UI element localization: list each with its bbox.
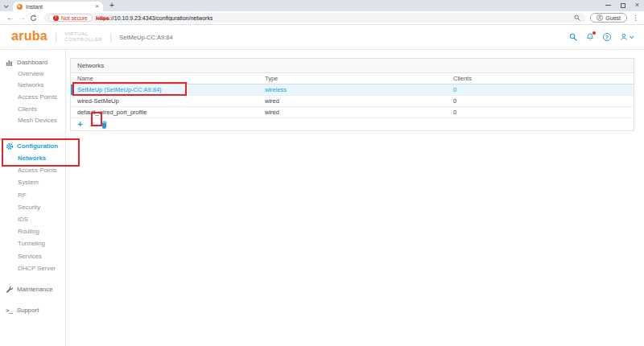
network-clients: 0 [453, 97, 634, 105]
delete-network-button[interactable] [101, 121, 108, 129]
reload-icon [30, 14, 37, 22]
user-icon [620, 33, 628, 41]
window-controls: × [605, 1, 639, 10]
sidebar-item-configuration-tunneling[interactable]: Tunneling [0, 237, 65, 249]
profile-avatar-icon [597, 14, 603, 21]
app-header: aruba | VIRTUAL CONTROLLER | SetMeUp-CC:… [0, 25, 644, 50]
sidebar-item-configuration-rf[interactable]: RF [0, 189, 65, 201]
chevron-down-icon [4, 3, 9, 8]
zoom-magnifier-icon [574, 14, 580, 21]
sidebar-item-dashboard-mesh-devices[interactable]: Mesh Devices [0, 114, 65, 126]
product-line2: CONTROLLER [64, 37, 102, 42]
sidebar-item-configuration-ids[interactable]: IDS [0, 213, 65, 225]
table-row[interactable]: SetMeUp (SetMeUp-CC:A9:84) wireless 0 [71, 84, 634, 96]
sidebar-item-configuration[interactable]: Configuration [0, 141, 65, 152]
notifications-button[interactable] [586, 33, 594, 41]
product-line1: VIRTUAL [64, 31, 88, 36]
sidebar-item-configuration-services[interactable]: Services [0, 249, 65, 262]
minimize-icon[interactable] [605, 5, 611, 6]
close-icon[interactable]: × [635, 2, 639, 9]
forward-button[interactable]: → [16, 14, 27, 22]
column-header-name[interactable]: Name [77, 75, 265, 82]
browser-tabstrip: Instant × + × [0, 0, 644, 11]
main-content: Networks Name Type Clients SetMeUp (SetM… [66, 50, 644, 346]
sidebar-item-dashboard-clients[interactable]: Clients [0, 103, 65, 115]
sidebar-item-dashboard[interactable]: Dashboard [0, 56, 65, 68]
trash-icon [101, 121, 108, 129]
chevron-down-icon [630, 34, 634, 39]
search-button[interactable] [569, 33, 577, 41]
product-name: VIRTUAL CONTROLLER [64, 31, 102, 43]
sidebar-item-configuration-security[interactable]: Security [0, 201, 65, 213]
column-header-type[interactable]: Type [265, 75, 453, 82]
sidebar-item-configuration-system[interactable]: System [0, 176, 65, 188]
sidebar-item-dashboard-access-points[interactable]: Access Points [0, 91, 65, 103]
sidebar-item-dashboard-overview[interactable]: Overview [0, 68, 65, 80]
address-bar[interactable]: ! Not secure https://10.10.9.23:4343/con… [43, 13, 585, 23]
maximize-icon[interactable] [621, 3, 625, 8]
back-button[interactable]: ← [5, 14, 16, 22]
not-secure-icon: ! [53, 15, 59, 21]
table-header-row: Name Type Clients [71, 73, 634, 84]
table-row[interactable]: wired-SetMeUp wired 0 [71, 96, 634, 107]
help-icon: ? [603, 33, 611, 41]
page-zoom-button[interactable] [574, 14, 580, 21]
sidebar-item-configuration-access-points[interactable]: Access Points [0, 164, 65, 176]
network-name[interactable]: wired-SetMeUp [77, 97, 265, 105]
panel-header: Networks [71, 59, 634, 73]
browser-tab[interactable]: Instant × [13, 2, 103, 11]
search-icon [569, 33, 577, 41]
help-button[interactable]: ? [603, 33, 611, 41]
network-clients: 0 [453, 109, 634, 116]
networks-panel: Networks Name Type Clients SetMeUp (SetM… [70, 58, 634, 131]
reload-button[interactable] [27, 14, 39, 22]
user-menu-button[interactable] [620, 33, 633, 41]
terminal-icon: >_ [5, 307, 14, 314]
sidebar-item-label: Support [17, 307, 39, 314]
sidebar: Dashboard Overview Networks Access Point… [0, 50, 66, 346]
network-type: wireless [265, 86, 453, 93]
sidebar-item-label: Configuration [17, 142, 58, 150]
tab-title: Instant [26, 4, 92, 10]
network-type: wired [265, 97, 453, 105]
aruba-favicon-icon [17, 4, 23, 10]
sidebar-item-configuration-dhcp-server[interactable]: DHCP Server [0, 262, 65, 274]
gear-icon [5, 142, 14, 150]
sidebar-item-configuration-routing[interactable]: Routing [0, 225, 65, 237]
table-actions: + [71, 118, 634, 130]
screen: Instant × + × ← → ! Not secure https://1… [0, 0, 644, 346]
sidebar-item-maintenance[interactable]: Maintenance [0, 284, 65, 295]
notification-badge [592, 31, 596, 35]
table-row[interactable]: default_wired_port_profile wired 0 [71, 107, 634, 118]
column-header-clients[interactable]: Clients [453, 75, 634, 82]
page-body: Dashboard Overview Networks Access Point… [0, 50, 644, 346]
network-name[interactable]: SetMeUp (SetMeUp-CC:A9:84) [77, 86, 265, 93]
url-text: https://10.10.9.23:4343/configuration/ne… [96, 15, 213, 21]
pencil-icon [89, 121, 96, 128]
bar-chart-icon [5, 59, 14, 66]
aruba-logo: aruba [11, 30, 47, 44]
profile-label: Guest [605, 15, 621, 21]
header-separator: | [55, 31, 57, 43]
sidebar-item-label: Dashboard [17, 59, 47, 66]
sidebar-item-configuration-networks[interactable]: Networks [0, 152, 65, 164]
network-type: wired [265, 109, 453, 116]
edit-network-button[interactable] [89, 121, 96, 128]
security-chip[interactable]: ! Not secure [48, 14, 93, 22]
header-icons: ? [569, 33, 633, 41]
controller-name: SetMeUp-CC:A9:84 [119, 34, 172, 41]
url-rest: ://10.10.9.23:4343/configuration/network… [109, 15, 213, 21]
sidebar-item-dashboard-networks[interactable]: Networks [0, 80, 65, 92]
new-tab-button[interactable]: + [109, 1, 114, 11]
tab-close-icon[interactable]: × [95, 3, 99, 10]
profile-button[interactable]: Guest [590, 13, 627, 23]
add-network-button[interactable]: + [76, 120, 84, 129]
sidebar-item-support[interactable]: >_ Support [0, 305, 65, 316]
browser-navbar: ← → ! Not secure https://10.10.9.23:4343… [0, 11, 644, 25]
browser-menu-button[interactable]: ⋮ [632, 14, 639, 22]
tab-search-button[interactable] [0, 2, 11, 11]
header-separator: | [109, 31, 112, 43]
wrench-icon [5, 286, 14, 293]
network-name[interactable]: default_wired_port_profile [77, 109, 265, 116]
sidebar-item-label: Maintenance [17, 286, 53, 293]
